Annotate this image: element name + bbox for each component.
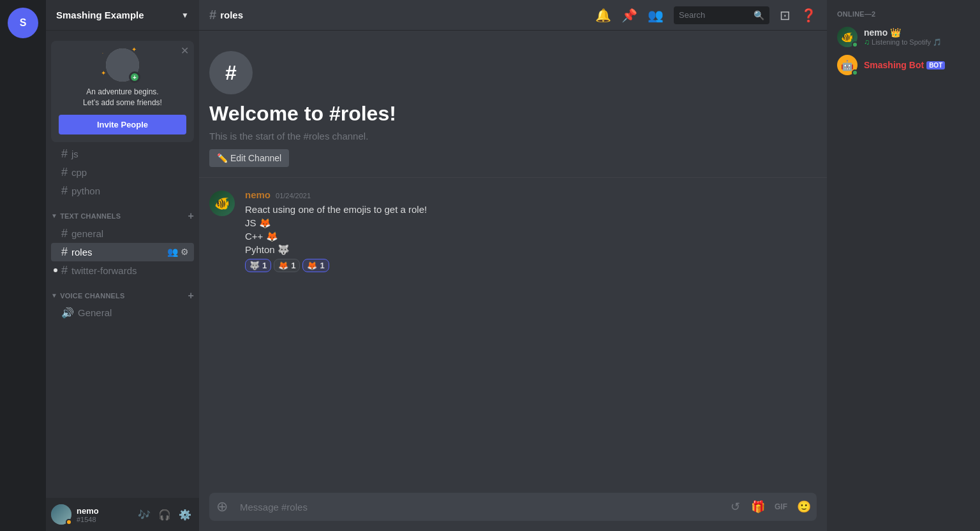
message-input-actions: ↺ 🎁 GIF 🙂 — [727, 499, 812, 514]
search-input[interactable] — [679, 10, 751, 20]
add-voice-channel-icon[interactable]: + — [188, 290, 194, 302]
deafen-button[interactable]: 🎧 — [156, 506, 174, 523]
gif-button[interactable]: GIF — [773, 499, 789, 514]
hash-icon: # — [61, 245, 68, 259]
invite-avatar-wrapper: + ✦ ✦ · — [59, 48, 186, 82]
user-bar: nemo #1548 🎶 🎧 ⚙️ — [46, 498, 199, 531]
member-item-nemo[interactable]: 🐠 nemo 👑 ♫ Listening to Spotify 🎵 — [832, 23, 975, 51]
channel-item-cpp[interactable]: # cpp — [51, 163, 194, 182]
hash-icon: # — [61, 227, 68, 240]
category-chevron-icon: ▼ — [51, 212, 57, 219]
help-icon[interactable]: ❓ — [801, 8, 817, 23]
chevron-down-icon: ▼ — [181, 11, 189, 20]
reaction-wolf[interactable]: 🐺 1 — [245, 259, 271, 272]
voice-channels-category[interactable]: ▼ VOICE CHANNELS + — [46, 280, 199, 304]
channel-actions: 👥 ⚙ — [167, 247, 189, 257]
channel-item-twitter-forwards[interactable]: # twitter-forwards — [51, 261, 194, 280]
sparkle-icon-3: · — [102, 51, 103, 55]
member-name-row: nemo 👑 — [864, 27, 970, 38]
member-info-bot: Smashing Bot BOT — [864, 60, 970, 70]
sparkle-icon-2: ✦ — [101, 69, 106, 76]
settings-icon[interactable]: ⚙ — [181, 247, 189, 257]
hash-icon: # — [61, 264, 68, 277]
online-count: ONLINE—2 — [832, 10, 975, 18]
message-avatar: 🐠 — [209, 191, 235, 216]
reaction-fox-2[interactable]: 🦊 1 — [302, 259, 329, 272]
add-channel-icon[interactable]: + — [188, 210, 194, 222]
pin-icon[interactable]: 📌 — [621, 8, 637, 23]
invite-avatar: + ✦ ✦ · — [106, 48, 139, 82]
search-icon: 🔍 — [754, 10, 764, 20]
close-icon[interactable]: ✕ — [181, 46, 189, 56]
invite-card-text: An adventure begins. Let’s add some frie… — [59, 87, 186, 108]
message-input-box: ⊕ ↺ 🎁 GIF 🙂 — [209, 493, 817, 521]
message-timestamp: 01/24/2021 — [276, 192, 311, 200]
emoji-button[interactable]: 🙂 — [796, 499, 812, 514]
member-name-bot: Smashing Bot — [864, 60, 924, 70]
reaction-fox[interactable]: 🦊 1 — [274, 259, 300, 272]
speaker-icon: 🔊 — [61, 307, 74, 319]
search-bar[interactable]: 🔍 — [674, 6, 769, 24]
top-bar-icons: 🔔 📌 👥 🔍 ⊡ ❓ — [595, 6, 817, 24]
member-activity-nemo: ♫ Listening to Spotify 🎵 — [864, 38, 970, 47]
channel-item-js[interactable]: # js — [51, 145, 194, 163]
message-input-area: ⊕ ↺ 🎁 GIF 🙂 — [199, 493, 827, 531]
message-input[interactable] — [240, 495, 722, 520]
bot-tag: BOT — [926, 61, 945, 69]
unread-dot — [54, 268, 57, 272]
channel-title: # roles — [209, 8, 243, 22]
invite-people-button[interactable]: Invite People — [59, 115, 186, 135]
message-content: nemo 01/24/2021 React using one of the e… — [245, 189, 817, 272]
username: nemo — [77, 506, 133, 516]
member-avatar-bot: 🤖 — [837, 55, 858, 75]
top-bar: # roles 🔔 📌 👥 🔍 ⊡ ❓ — [199, 0, 827, 31]
edit-channel-button[interactable]: ✏️ Edit Channel — [209, 149, 289, 167]
member-name-nemo: nemo 👑 — [864, 27, 901, 38]
channel-sidebar: Smashing Example ▼ ✕ + ✦ ✦ · An adventur… — [46, 0, 199, 531]
channel-welcome-icon: # — [209, 51, 253, 94]
add-badge-icon: + — [129, 71, 140, 83]
server-bar: S — [0, 0, 46, 531]
voice-channel-general[interactable]: 🔊 General — [51, 304, 194, 321]
sidebar-header[interactable]: Smashing Example ▼ — [46, 0, 199, 31]
pencil-icon: ✏️ — [217, 153, 228, 163]
channel-item-roles[interactable]: # roles 👥 ⚙ — [51, 243, 194, 261]
hash-icon: # — [61, 184, 68, 198]
main-content: # roles 🔔 📌 👥 🔍 ⊡ ❓ # Welcome to #roles!… — [199, 0, 827, 531]
member-avatar-nemo: 🐠 — [837, 27, 858, 47]
user-settings-button[interactable]: ⚙️ — [176, 506, 194, 523]
user-status-indicator — [66, 519, 72, 525]
channel-item-general[interactable]: # general — [51, 224, 194, 243]
message-author: nemo — [245, 189, 271, 200]
members-icon[interactable]: 👥 — [648, 8, 664, 23]
nemo-status-indicator — [852, 41, 858, 48]
gift-icon[interactable]: 🎁 — [750, 499, 766, 514]
text-channels-category[interactable]: ▼ TEXT CHANNELS + — [46, 200, 199, 224]
chat-area: # Welcome to #roles! This is the start o… — [199, 31, 827, 493]
member-item-bot[interactable]: 🤖 Smashing Bot BOT — [832, 51, 975, 79]
spotify-icon: ♫ — [864, 38, 870, 47]
channel-name-label: roles — [220, 10, 243, 20]
refresh-icon[interactable]: ↺ — [727, 499, 743, 514]
category-chevron-icon: ▼ — [51, 292, 57, 299]
reaction-bar: 🐺 1 🦊 1 🦊 1 — [245, 259, 817, 272]
channel-welcome: # Welcome to #roles! This is the start o… — [199, 41, 827, 178]
message-text: React using one of the emojis to get a r… — [245, 203, 817, 256]
inbox-icon[interactable]: ⊡ — [780, 8, 791, 23]
server-name: Smashing Example — [56, 10, 144, 20]
bot-status-indicator — [852, 69, 858, 76]
channel-item-python[interactable]: # python — [51, 182, 194, 200]
message-group: 🐠 nemo 01/24/2021 React using one of the… — [199, 188, 827, 273]
mic-mute-button[interactable]: 🎶 — [135, 506, 153, 523]
add-member-icon[interactable]: 👥 — [167, 247, 178, 257]
bell-icon[interactable]: 🔔 — [595, 8, 611, 23]
user-bar-actions: 🎶 🎧 ⚙️ — [135, 506, 194, 523]
add-attachment-button[interactable]: ⊕ — [209, 493, 235, 521]
channel-list: ✕ + ✦ ✦ · An adventure begins. Let’s add… — [46, 31, 199, 498]
user-info: nemo #1548 — [77, 506, 133, 523]
user-discriminator: #1548 — [77, 516, 133, 523]
member-info-nemo: nemo 👑 ♫ Listening to Spotify 🎵 — [864, 27, 970, 47]
server-icon[interactable]: S — [8, 8, 38, 38]
welcome-title: Welcome to #roles! — [209, 102, 817, 126]
hash-icon: # — [61, 166, 68, 179]
